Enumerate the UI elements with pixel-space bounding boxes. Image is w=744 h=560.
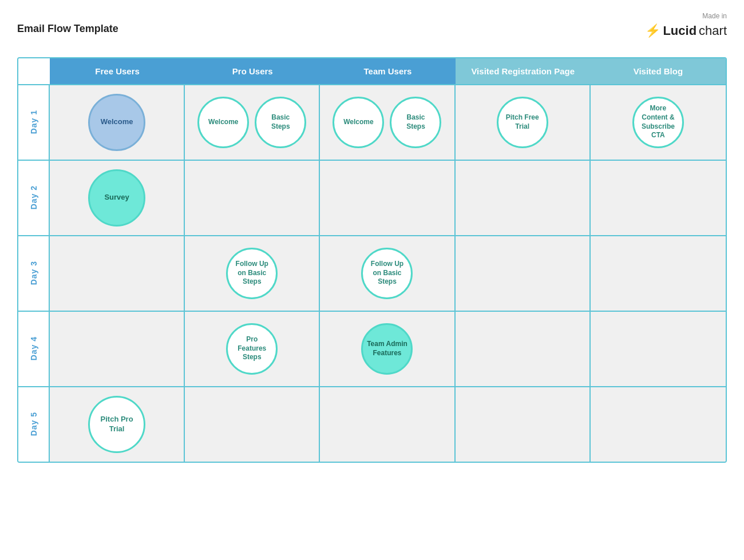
day-3-col-2: Follow Up on Basic Steps [320, 236, 455, 311]
circle-day4-col1-0: Pro Features Steps [226, 323, 278, 375]
circle-day2-col0-0: Survey [88, 169, 145, 227]
logo-regular: Lucid [663, 22, 696, 40]
day-5-col-0: Pitch Pro Trial [50, 387, 185, 462]
day-2-col-3 [456, 161, 591, 235]
logo-icon: ⚡ [645, 22, 660, 40]
day-4-col-1: Pro Features Steps [185, 312, 320, 386]
column-header-team-users: Team Users [320, 58, 455, 84]
column-header-pro-users: Pro Users [185, 58, 320, 84]
circle-day1-col4-0: More Content & Subscribe CTA [632, 97, 684, 148]
column-header-visited-blog: Visited Blog [591, 58, 726, 84]
day-3-col-1: Follow Up on Basic Steps [185, 236, 320, 311]
day-3-col-4 [591, 236, 726, 311]
day-row-1: Day 1WelcomeWelcomeBasic StepsWelcomeBas… [18, 84, 726, 160]
day-row-5: Day 5Pitch Pro Trial [18, 386, 726, 462]
day-label-text-3: Day 3 [29, 261, 38, 285]
column-header-free-users: Free Users [50, 58, 185, 84]
day-rows-container: Day 1WelcomeWelcomeBasic StepsWelcomeBas… [18, 84, 726, 462]
day-label-text-5: Day 5 [29, 412, 38, 436]
day-4-col-2: Team Admin Features [320, 312, 455, 386]
logo-bold: chart [699, 22, 727, 40]
day-5-col-4 [591, 387, 726, 462]
day-label-cell-3: Day 3 [18, 236, 50, 311]
circle-day1-col2-0: Welcome [333, 97, 384, 148]
day-row-2: Day 2Survey [18, 160, 726, 235]
day-1-col-1: WelcomeBasic Steps [185, 85, 320, 160]
logo-line: ⚡ Lucidchart [645, 22, 727, 40]
day-row-3: Day 3Follow Up on Basic StepsFollow Up o… [18, 235, 726, 311]
day-2-col-4 [591, 161, 726, 235]
lucidchart-logo: Made in ⚡ Lucidchart [645, 11, 727, 40]
day-label-cell-2: Day 2 [18, 161, 50, 235]
header-corner [18, 58, 50, 84]
day-1-col-4: More Content & Subscribe CTA [591, 85, 726, 160]
circle-day5-col0-0: Pitch Pro Trial [88, 396, 145, 453]
day-4-col-3 [456, 312, 591, 386]
circle-day1-col1-0: Welcome [197, 97, 249, 148]
day-4-col-4 [591, 312, 726, 386]
day-2-col-2 [320, 161, 455, 235]
day-3-col-0 [50, 236, 185, 311]
flow-table: Free Users Pro Users Team Users Visited … [17, 57, 727, 463]
circle-day1-col2-1: Basic Steps [390, 97, 441, 148]
day-5-col-2 [320, 387, 455, 462]
day-2-col-1 [185, 161, 320, 235]
day-1-col-3: Pitch Free Trial [456, 85, 591, 160]
circle-day1-col1-1: Basic Steps [255, 97, 306, 148]
circle-day1-col3-0: Pitch Free Trial [497, 97, 548, 148]
day-2-col-0: Survey [50, 161, 185, 235]
page-title: Email Flow Template [17, 23, 118, 35]
day-3-col-3 [456, 236, 591, 311]
day-5-col-1 [185, 387, 320, 462]
day-label-cell-4: Day 4 [18, 312, 50, 386]
page-header: Email Flow Template Made in ⚡ Lucidchart [17, 11, 727, 40]
circle-day3-col2-0: Follow Up on Basic Steps [361, 248, 413, 299]
circle-day4-col2-0: Team Admin Features [361, 323, 413, 375]
day-row-4: Day 4Pro Features StepsTeam Admin Featur… [18, 311, 726, 386]
day-label-text-4: Day 4 [29, 336, 38, 360]
day-label-text-1: Day 1 [29, 110, 38, 134]
day-1-col-0: Welcome [50, 85, 185, 160]
header-row: Free Users Pro Users Team Users Visited … [18, 58, 726, 84]
day-label-text-2: Day 2 [29, 185, 38, 209]
day-1-col-2: WelcomeBasic Steps [320, 85, 455, 160]
made-in-label: Made in [645, 11, 727, 21]
day-4-col-0 [50, 312, 185, 386]
circle-day1-col0-0: Welcome [88, 94, 145, 151]
circle-day3-col1-0: Follow Up on Basic Steps [226, 248, 278, 299]
day-label-cell-1: Day 1 [18, 85, 50, 160]
column-header-visited-reg: Visited Registration Page [456, 58, 591, 84]
day-5-col-3 [456, 387, 591, 462]
day-label-cell-5: Day 5 [18, 387, 50, 462]
